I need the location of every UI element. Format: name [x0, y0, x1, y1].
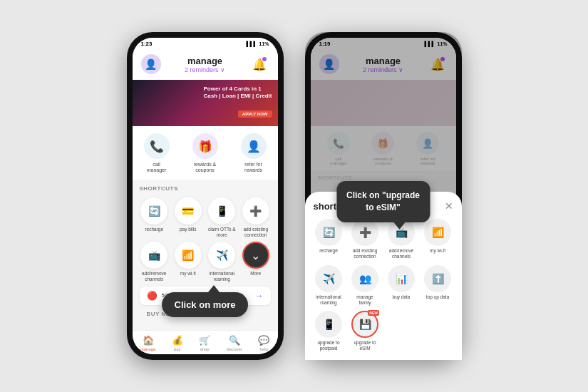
modal-upgrade-esim-icon: 💾 NEW — [351, 311, 378, 338]
modal-family-label: managefamily — [356, 294, 373, 306]
promo-arrow: → — [255, 291, 264, 301]
modal-wifi[interactable]: 📶 my wi-fi — [423, 219, 453, 259]
apply-now-button[interactable]: APPLY NOW — [238, 110, 272, 118]
channels-icon: 📺 — [140, 242, 167, 269]
modal-top-up-icon: ⬆️ — [424, 265, 451, 292]
rewards-label: rewards &coupons — [194, 162, 217, 174]
roaming-icon: ✈️ — [208, 242, 235, 269]
bell-button-left[interactable]: 🔔 — [249, 54, 269, 74]
call-manager-icon: 📞 — [144, 133, 170, 159]
shortcut-channels[interactable]: 📺 add/remove channels — [140, 242, 170, 282]
pay-bills-label: pay bills — [180, 227, 196, 232]
shortcut-recharge[interactable]: 🔄 recharge — [140, 197, 170, 238]
nav-shop-label: shop — [200, 347, 210, 351]
modal-grid: 🔄 recharge ➕ add existingconnection 📺 ad… — [314, 219, 453, 351]
modal-add-connection-label: add existingconnection — [353, 248, 378, 259]
promo-banner-left[interactable]: Power of 4 Cards in 1 Cash | Loan | EMI … — [133, 80, 278, 126]
modal-upgrade-esim[interactable]: 💾 NEW upgrade toeSIM — [350, 311, 381, 351]
modal-upgrade-postpaid[interactable]: 📱 upgrade topostpaid — [314, 311, 344, 351]
modal-wifi-icon: 📶 — [424, 219, 451, 246]
modal-add-connection-icon: ➕ — [351, 219, 378, 246]
nav-pay[interactable]: 💰 pay — [172, 335, 183, 351]
recharge-label: recharge — [145, 227, 163, 232]
add-connection-icon: ➕ — [242, 197, 269, 225]
nav-manage[interactable]: 🏠 manage — [140, 335, 156, 351]
esim-tooltip: Click on "upgradeto eSIM" — [336, 181, 430, 222]
nav-shop-icon: 🛒 — [199, 335, 210, 346]
nav-help-label: help — [260, 347, 268, 351]
nav-pay-label: pay — [174, 347, 181, 351]
roaming-label: international roaming — [207, 271, 237, 282]
modal-roaming[interactable]: ✈️ internationalroaming — [314, 265, 344, 306]
modal-upgrade-esim-label: upgrade toeSIM — [354, 340, 376, 351]
bottom-nav-left: 🏠 manage 💰 pay 🛒 shop 🔍 discover 💬 — [133, 330, 278, 354]
nav-help-icon: 💬 — [258, 335, 269, 346]
recharge-icon: 🔄 — [140, 197, 167, 225]
rewards-action[interactable]: 🎁 rewards &coupons — [192, 133, 218, 174]
wifi-label: my wi-fi — [180, 271, 196, 277]
shortcut-pay-bills[interactable]: 💳 pay bills — [173, 197, 203, 238]
modal-add-connection[interactable]: ➕ add existingconnection — [350, 219, 381, 259]
app-header-left: 👤 manage 2 reminders ∨ 🔔 — [133, 50, 278, 80]
modal-roaming-label: internationalroaming — [316, 294, 341, 306]
left-phone-container: 1:23 ▌▌▌ 11% 👤 manage 2 reminders ∨ 🔔 — [127, 32, 284, 360]
app-title-left: manage — [185, 56, 225, 66]
banner-text-left: Power of 4 Cards in 1 Cash | Loan | EMI … — [203, 86, 272, 100]
bell-dot-left — [262, 57, 267, 61]
modal-family[interactable]: 👥 managefamily — [350, 265, 381, 306]
modal-buy-data[interactable]: 📊 buy data — [386, 265, 417, 306]
modal-roaming-icon: ✈️ — [315, 265, 342, 292]
pay-bills-icon: 💳 — [175, 197, 202, 225]
modal-recharge[interactable]: 🔄 recharge — [314, 219, 344, 259]
rewards-icon: 🎁 — [192, 133, 218, 159]
modal-family-icon: 👥 — [351, 265, 378, 292]
refer-label: refer forrewards — [244, 162, 262, 174]
status-time-left: 1:23 — [141, 41, 153, 47]
modal-upgrade-postpaid-icon: 📱 — [315, 311, 342, 338]
nav-manage-icon: 🏠 — [143, 335, 154, 346]
click-on-more-tooltip: Click on more — [162, 292, 249, 317]
reminders-left[interactable]: 2 reminders ∨ — [185, 66, 225, 73]
nav-discover-icon: 🔍 — [229, 335, 240, 346]
modal-top-up-label: top up data — [426, 294, 450, 300]
wifi-icon: 📶 — [175, 242, 202, 269]
header-center-left: manage 2 reminders ∨ — [185, 56, 225, 73]
refer-icon: 👤 — [241, 133, 267, 159]
shortcut-more[interactable]: ⌄ More — [241, 242, 271, 282]
status-icons-left: ▌▌▌ 11% — [247, 41, 269, 46]
nav-pay-icon: 💰 — [172, 335, 183, 346]
signal-icon: ▌▌▌ — [247, 41, 257, 46]
shortcut-add-connection[interactable]: ➕ add existing connection — [241, 197, 271, 238]
modal-channels-label: add/removechannels — [389, 248, 413, 259]
nav-shop[interactable]: 🛒 shop — [199, 335, 210, 351]
more-label: More — [250, 271, 261, 277]
shortcut-roaming[interactable]: ✈️ international roaming — [207, 242, 237, 282]
modal-recharge-label: recharge — [319, 248, 338, 254]
5g-icon: 🔴 — [147, 291, 158, 301]
modal-buy-data-icon: 📊 — [388, 265, 415, 292]
modal-top-up[interactable]: ⬆️ top up data — [423, 265, 453, 306]
refer-action[interactable]: 👤 refer forrewards — [241, 133, 267, 174]
nav-discover[interactable]: 🔍 discover — [227, 335, 242, 351]
right-phone-container: 1:19 ▌▌▌ 11% 👤 manage 2 reminders ∨ 🔔 — [305, 32, 462, 360]
nav-help[interactable]: 💬 help — [258, 335, 269, 351]
avatar-left[interactable]: 👤 — [141, 54, 161, 74]
claim-otts-label: claim OTTs & more — [207, 227, 237, 238]
add-connection-label: add existing connection — [241, 227, 271, 238]
quick-actions-left: 📞 callmanager 🎁 rewards &coupons 👤 refer… — [133, 126, 278, 180]
shortcuts-grid-left: 🔄 recharge 💳 pay bills 📱 claim OTTs & mo… — [140, 197, 271, 282]
shortcut-wifi[interactable]: 📶 my wi-fi — [173, 242, 203, 282]
status-bar-left: 1:23 ▌▌▌ 11% — [133, 38, 278, 50]
shortcuts-label-left: SHORTCUTS — [140, 185, 271, 192]
shortcut-claim-otts[interactable]: 📱 claim OTTs & more — [207, 197, 237, 238]
new-badge-esim: NEW — [368, 310, 379, 316]
modal-recharge-icon: 🔄 — [315, 219, 342, 246]
channels-label: add/remove channels — [140, 271, 170, 282]
claim-otts-icon: 📱 — [208, 197, 235, 225]
modal-wifi-label: my wi-fi — [430, 248, 445, 254]
call-manager-label: callmanager — [147, 162, 167, 174]
modal-close-button[interactable]: ✕ — [445, 200, 453, 212]
modal-buy-data-label: buy data — [393, 294, 411, 300]
call-manager-action[interactable]: 📞 callmanager — [144, 133, 170, 174]
more-icon[interactable]: ⌄ — [242, 242, 269, 269]
